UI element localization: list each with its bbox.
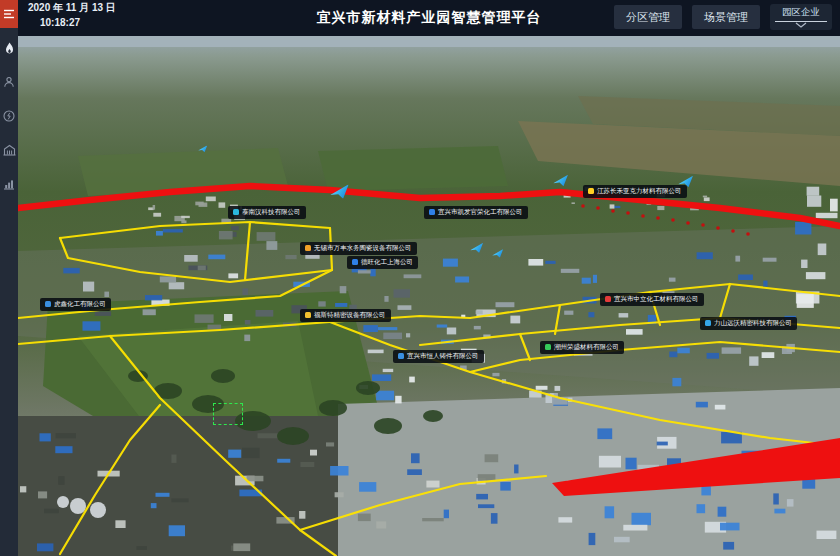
- map-scene: [18, 36, 840, 556]
- company-marker-icon: [352, 259, 358, 265]
- company-marker-icon: [233, 209, 239, 215]
- company-label-text: 宜兴市恒人铸件有限公司: [407, 353, 479, 360]
- company-label-text: 虎鑫化工有限公司: [54, 301, 106, 308]
- company-label[interactable]: 虎鑫化工有限公司: [40, 298, 111, 311]
- top-bar: 2020 年 11 月 13 日 10:18:27 宜兴市新材料产业园智慧管理平…: [18, 0, 840, 36]
- company-label[interactable]: 福斯特精密设备有限公司: [300, 309, 391, 322]
- company-label-text: 宜兴市中立化工材料有限公司: [614, 296, 699, 303]
- sidebar-item-statistics[interactable]: [0, 172, 18, 196]
- company-marker-icon: [605, 296, 611, 302]
- map-3d-view[interactable]: 泰南汉科技有限公司宜兴市凯发官荣化工有限公司无锡市万丰水务陶瓷设备有限公司德旺化…: [18, 36, 840, 556]
- company-label[interactable]: 泰南汉科技有限公司: [228, 206, 306, 219]
- company-label-text: 力山远沃精密科技有限公司: [714, 320, 792, 327]
- company-marker-icon: [545, 344, 551, 350]
- app-window: 2020 年 11 月 13 日 10:18:27 宜兴市新材料产业园智慧管理平…: [0, 0, 840, 556]
- company-label-text: 无锡市万丰水务陶瓷设备有限公司: [314, 245, 412, 252]
- bar-chart-icon: [3, 178, 15, 190]
- company-label[interactable]: 江苏长禾亚克力材料有限公司: [583, 185, 687, 198]
- sidebar-item-user[interactable]: [0, 70, 18, 94]
- flame-icon: [4, 42, 15, 55]
- selection-box: [213, 403, 243, 425]
- topbar-actions: 分区管理 场景管理 园区企业: [614, 5, 832, 30]
- sidebar-item-fire[interactable]: [0, 36, 18, 60]
- company-label[interactable]: 宜兴市凯发官荣化工有限公司: [424, 206, 528, 219]
- menu-button[interactable]: [0, 0, 18, 28]
- scene-manage-button[interactable]: 场景管理: [692, 5, 760, 29]
- menu-icon: [3, 9, 15, 19]
- company-marker-icon: [45, 301, 51, 307]
- zone-manage-button[interactable]: 分区管理: [614, 5, 682, 29]
- company-marker-icon: [305, 245, 311, 251]
- company-label[interactable]: 宜兴市中立化工材料有限公司: [600, 293, 704, 306]
- company-marker-icon: [305, 312, 311, 318]
- company-label-text: 德旺化工上海公司: [361, 259, 413, 266]
- company-label-text: 宜兴市凯发官荣化工有限公司: [438, 209, 523, 216]
- chevron-down-icon: [795, 22, 807, 28]
- company-label-text: 福斯特精密设备有限公司: [314, 312, 386, 319]
- company-label[interactable]: 德旺化工上海公司: [347, 256, 418, 269]
- sidebar-item-factory[interactable]: [0, 138, 18, 162]
- company-label-text: 泰南汉科技有限公司: [242, 209, 301, 216]
- dropdown-label: 园区企业: [782, 6, 820, 19]
- company-label[interactable]: 潮州荣盛材料有限公司: [540, 341, 624, 354]
- company-label[interactable]: 宜兴市恒人铸件有限公司: [393, 350, 484, 363]
- company-marker-icon: [429, 209, 435, 215]
- company-marker-icon: [705, 320, 711, 326]
- user-icon: [3, 76, 15, 88]
- company-label-text: 江苏长禾亚克力材料有限公司: [597, 188, 682, 195]
- power-icon: [3, 110, 15, 122]
- sidebar: [0, 0, 18, 556]
- sidebar-item-power[interactable]: [0, 104, 18, 128]
- park-enterprise-dropdown[interactable]: 园区企业: [770, 4, 832, 30]
- factory-icon: [3, 144, 16, 156]
- company-label-text: 潮州荣盛材料有限公司: [554, 344, 619, 351]
- company-marker-icon: [588, 188, 594, 194]
- company-label[interactable]: 力山远沃精密科技有限公司: [700, 317, 797, 330]
- company-marker-icon: [398, 353, 404, 359]
- company-label[interactable]: 无锡市万丰水务陶瓷设备有限公司: [300, 242, 417, 255]
